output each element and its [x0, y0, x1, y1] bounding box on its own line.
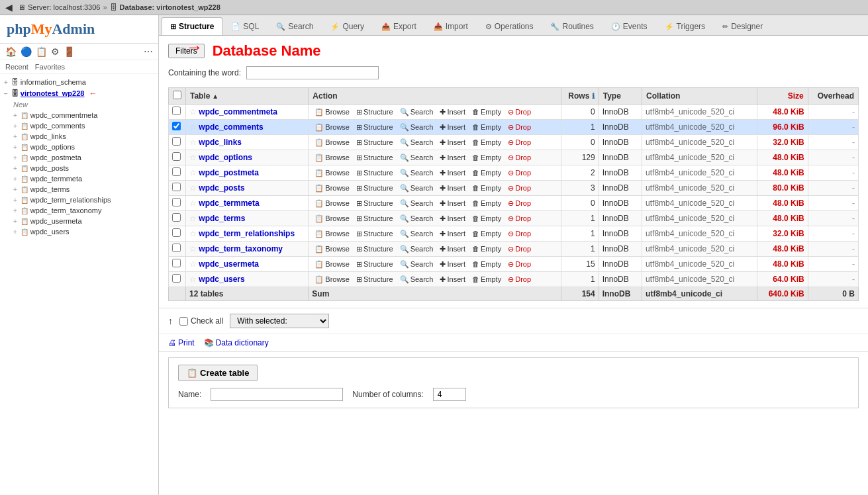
- empty-button[interactable]: 🗑 Empty: [469, 107, 504, 116]
- table-name-link[interactable]: wpdc_termmeta: [199, 199, 259, 208]
- sidebar-table-term-taxonomy[interactable]: + 📋 wpdc_term_taxonomy: [0, 205, 158, 216]
- insert-button[interactable]: ✚ Insert: [437, 199, 468, 208]
- insert-button[interactable]: ✚ Insert: [437, 259, 468, 269]
- table-name-link[interactable]: wpdc_usermeta: [199, 259, 259, 269]
- search-button[interactable]: 🔍 Search: [397, 244, 436, 254]
- table-name-link[interactable]: wpdc_links: [199, 138, 242, 147]
- more-icon[interactable]: ⋯: [144, 46, 153, 57]
- table-name-link[interactable]: wpdc_comments: [199, 122, 263, 132]
- search-button[interactable]: 🔍 Search: [397, 229, 436, 239]
- uncheck-arrow[interactable]: ↑: [168, 316, 173, 326]
- tab-sql[interactable]: 📄 SQL: [222, 17, 267, 35]
- structure-button[interactable]: ⊞ Structure: [354, 183, 396, 193]
- structure-button[interactable]: ⊞ Structure: [354, 214, 396, 224]
- account-icon[interactable]: 📋: [36, 46, 47, 57]
- browse-button[interactable]: 📋 Browse: [312, 107, 352, 117]
- search-button[interactable]: 🔍 Search: [397, 122, 436, 132]
- row-checkbox[interactable]: [172, 213, 181, 222]
- table-name-link[interactable]: wpdc_commentmeta: [199, 107, 277, 116]
- browse-button[interactable]: 📋 Browse: [312, 214, 352, 224]
- sidebar-table-usermeta[interactable]: + 📋 wpdc_usermeta: [0, 216, 158, 226]
- sidebar-table-term-relationships[interactable]: + 📋 wpdc_term_relationships: [0, 195, 158, 205]
- sidebar-table-links[interactable]: + 📋 wpdc_links: [0, 131, 158, 142]
- tab-operations[interactable]: ⚙ Operations: [477, 17, 542, 35]
- drop-button[interactable]: ⊖ Drop: [505, 138, 534, 148]
- search-button[interactable]: 🔍 Search: [397, 138, 436, 148]
- settings-icon[interactable]: ⚙: [51, 46, 60, 57]
- drop-button[interactable]: ⊖ Drop: [505, 229, 534, 239]
- tab-query[interactable]: ⚡ Query: [322, 17, 373, 35]
- row-checkbox[interactable]: [172, 122, 181, 130]
- star-icon[interactable]: ☆: [189, 275, 197, 284]
- row-checkbox[interactable]: [172, 244, 181, 252]
- table-name-input[interactable]: [211, 388, 343, 401]
- empty-button[interactable]: 🗑 Empty: [469, 259, 504, 269]
- row-checkbox[interactable]: [172, 167, 181, 176]
- insert-button[interactable]: ✚ Insert: [437, 153, 468, 163]
- insert-button[interactable]: ✚ Insert: [437, 183, 468, 193]
- tab-triggers[interactable]: ⚡ Triggers: [656, 17, 714, 35]
- empty-button[interactable]: 🗑 Empty: [469, 229, 504, 238]
- row-checkbox[interactable]: [172, 107, 181, 115]
- drop-button[interactable]: ⊖ Drop: [505, 259, 534, 269]
- search-button[interactable]: 🔍 Search: [397, 275, 436, 285]
- columns-input[interactable]: 4: [433, 388, 466, 401]
- empty-button[interactable]: 🗑 Empty: [469, 199, 504, 208]
- sidebar-table-termmeta[interactable]: + 📋 wpdc_termmeta: [0, 173, 158, 184]
- table-name-link[interactable]: wpdc_term_relationships: [199, 229, 295, 238]
- structure-button[interactable]: ⊞ Structure: [354, 138, 396, 148]
- insert-button[interactable]: ✚ Insert: [437, 214, 468, 224]
- select-all-checkbox[interactable]: [173, 91, 181, 99]
- data-dictionary-link[interactable]: 📚 Data dictionary: [204, 338, 269, 347]
- sidebar-table-commentmeta[interactable]: + 📋 wpdc_commentmeta: [0, 110, 158, 120]
- insert-button[interactable]: ✚ Insert: [437, 244, 468, 254]
- row-checkbox[interactable]: [172, 137, 181, 146]
- row-checkbox[interactable]: [172, 152, 181, 161]
- star-icon[interactable]: ☆: [189, 122, 197, 132]
- browse-button[interactable]: 📋 Browse: [312, 183, 352, 193]
- search-button[interactable]: 🔍 Search: [397, 183, 436, 193]
- tab-structure[interactable]: ⊞ Structure: [162, 17, 222, 35]
- browse-button[interactable]: 📋 Browse: [312, 275, 352, 285]
- browse-button[interactable]: 📋 Browse: [312, 244, 352, 254]
- check-all-control[interactable]: Check all: [179, 316, 223, 326]
- structure-button[interactable]: ⊞ Structure: [354, 244, 396, 254]
- row-checkbox[interactable]: [172, 259, 181, 267]
- sidebar-table-comments[interactable]: + 📋 wpdc_comments: [0, 120, 158, 131]
- drop-button[interactable]: ⊖ Drop: [505, 275, 534, 285]
- recent-link[interactable]: Recent: [5, 63, 28, 71]
- row-checkbox[interactable]: [172, 274, 181, 283]
- star-icon[interactable]: ☆: [189, 229, 197, 238]
- insert-button[interactable]: ✚ Insert: [437, 138, 468, 148]
- create-table-button[interactable]: 📋 Create table: [178, 365, 258, 381]
- browse-button[interactable]: 📋 Browse: [312, 153, 352, 163]
- insert-button[interactable]: ✚ Insert: [437, 275, 468, 285]
- tab-designer[interactable]: ✏ Designer: [714, 17, 771, 35]
- browse-button[interactable]: 📋 Browse: [312, 199, 352, 208]
- home-icon[interactable]: 🏠: [5, 46, 17, 57]
- structure-button[interactable]: ⊞ Structure: [354, 229, 396, 239]
- structure-button[interactable]: ⊞ Structure: [354, 259, 396, 269]
- table-name-link[interactable]: wpdc_users: [199, 275, 244, 284]
- structure-button[interactable]: ⊞ Structure: [354, 275, 396, 285]
- search-button[interactable]: 🔍 Search: [397, 199, 436, 208]
- empty-button[interactable]: 🗑 Empty: [469, 122, 504, 132]
- drop-button[interactable]: ⊖ Drop: [505, 153, 534, 163]
- table-name-link[interactable]: wpdc_terms: [199, 214, 245, 223]
- tab-import[interactable]: 📥 Import: [425, 17, 477, 35]
- with-selected-dropdown[interactable]: With selected: BrowseDropEmptyExport: [230, 314, 329, 328]
- sidebar-table-terms[interactable]: + 📋 wpdc_terms: [0, 184, 158, 195]
- insert-button[interactable]: ✚ Insert: [437, 122, 468, 132]
- browse-button[interactable]: 📋 Browse: [312, 138, 352, 148]
- drop-button[interactable]: ⊖ Drop: [505, 168, 534, 178]
- search-button[interactable]: 🔍 Search: [397, 153, 436, 163]
- sidebar-table-posts[interactable]: + 📋 wpdc_posts: [0, 163, 158, 173]
- empty-button[interactable]: 🗑 Empty: [469, 153, 504, 162]
- logout-icon[interactable]: 🚪: [64, 46, 75, 57]
- star-icon[interactable]: ☆: [189, 153, 197, 162]
- empty-button[interactable]: 🗑 Empty: [469, 138, 504, 147]
- star-icon[interactable]: ☆: [189, 199, 197, 208]
- structure-button[interactable]: ⊞ Structure: [354, 122, 396, 132]
- row-checkbox[interactable]: [172, 228, 181, 237]
- sidebar-table-users[interactable]: + 📋 wpdc_users: [0, 226, 158, 237]
